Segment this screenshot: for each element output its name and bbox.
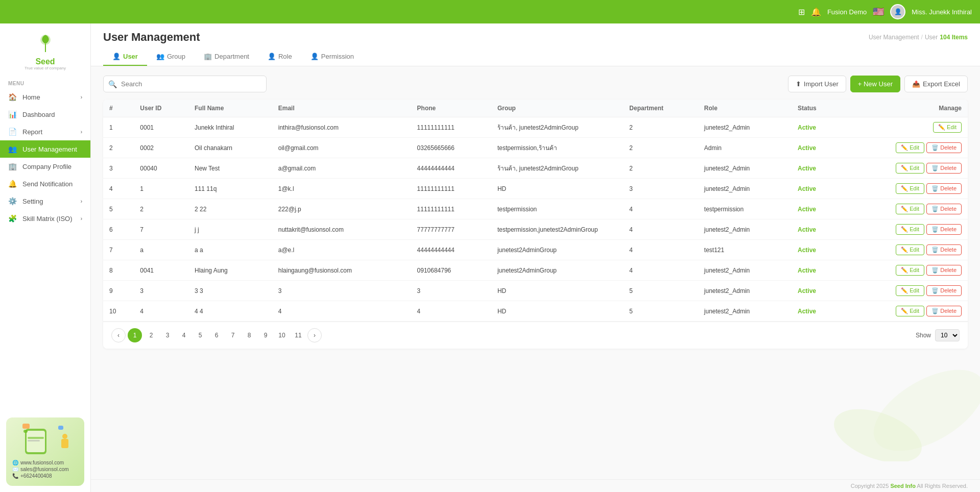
search-input[interactable]: [103, 76, 267, 92]
tab-user[interactable]: 👤 User: [103, 48, 147, 66]
col-department: Department: [623, 100, 698, 117]
cell-num: 9: [103, 281, 134, 301]
tab-group[interactable]: 👥 Group: [147, 48, 195, 66]
avatar[interactable]: 👤: [890, 4, 905, 19]
sidebar-item-send-notification[interactable]: 🔔 Send Notification: [0, 175, 90, 192]
edit-button[interactable]: ✏️ Edit: [896, 163, 924, 174]
new-user-button[interactable]: + New User: [850, 76, 900, 92]
skill-icon: 🧩: [8, 214, 18, 223]
delete-button[interactable]: 🗑️ Delete: [926, 204, 962, 214]
cell-num: 1: [103, 117, 134, 138]
delete-button[interactable]: 🗑️ Delete: [926, 285, 962, 296]
sidebar-item-setting[interactable]: ⚙️ Setting ›: [0, 192, 90, 210]
sidebar-item-dashboard[interactable]: 📊 Dashboard: [0, 106, 90, 123]
pagination-page-2[interactable]: 2: [144, 328, 158, 342]
table-row: 7 a a a a@e.l 44444444444 junetest2Admin…: [103, 240, 968, 260]
building-icon: 🏢: [8, 162, 18, 170]
delete-button[interactable]: 🗑️ Delete: [926, 163, 962, 174]
edit-button[interactable]: ✏️ Edit: [896, 204, 924, 214]
cell-email: hlaingaung@fusionsol.com: [272, 260, 411, 281]
cell-user-id: 1: [134, 179, 188, 199]
sidebar-item-label: Dashboard: [22, 111, 55, 118]
cell-status: Active: [792, 138, 842, 158]
pagination-next[interactable]: ›: [307, 328, 322, 342]
bell-icon[interactable]: 🔔: [811, 7, 821, 17]
sidebar-item-report[interactable]: 📄 Report ›: [0, 123, 90, 140]
sidebar-item-label: Home: [22, 93, 40, 101]
pagination: ‹ 1 2 3 4 5 6 7 8 9 10 11 ›: [111, 328, 322, 342]
pagination-page-8[interactable]: 8: [242, 328, 256, 342]
cell-email: a@e.l: [272, 240, 411, 260]
cell-role: Admin: [698, 138, 792, 158]
edit-button[interactable]: ✏️ Edit: [933, 122, 962, 133]
pagination-page-5[interactable]: 5: [193, 328, 207, 342]
chevron-right-icon: ›: [81, 199, 82, 204]
delete-button[interactable]: 🗑️ Delete: [926, 142, 962, 153]
cell-user-id: 0002: [134, 138, 188, 158]
delete-button[interactable]: 🗑️ Delete: [926, 224, 962, 235]
pagination-page-10[interactable]: 10: [275, 328, 289, 342]
table-row: 3 00040 New Test a@gmail.com 44444444444…: [103, 158, 968, 179]
logo-subtext: True value of company: [6, 66, 84, 70]
users-icon: 👥: [8, 145, 18, 153]
cell-email: inthira@fusionsol.com: [272, 117, 411, 138]
edit-button[interactable]: ✏️ Edit: [896, 224, 924, 235]
cell-user-id: 7: [134, 219, 188, 240]
delete-button[interactable]: 🗑️ Delete: [926, 306, 962, 316]
email-icon: ✉️: [12, 466, 18, 472]
pagination-page-11[interactable]: 11: [291, 328, 305, 342]
delete-button[interactable]: 🗑️ Delete: [926, 265, 962, 276]
tab-department[interactable]: 🏢 Department: [195, 48, 258, 66]
pagination-page-4[interactable]: 4: [177, 328, 191, 342]
table-row: 8 0041 Hlaing Aung hlaingaung@fusionsol.…: [103, 260, 968, 281]
pagination-prev[interactable]: ‹: [111, 328, 126, 342]
col-user-id: User ID: [134, 100, 188, 117]
cell-user-id: 3: [134, 281, 188, 301]
cell-phone: 11111111111: [411, 199, 491, 219]
col-phone: Phone: [411, 100, 491, 117]
footer-brand: Seed Info: [890, 483, 916, 489]
cell-phone: 3: [411, 281, 491, 301]
cell-phone: 03265665666: [411, 138, 491, 158]
toolbar: 🔍 ⬆ Import User + New User 📤 Export Exce…: [103, 76, 968, 92]
cell-email: oil@gmail.com: [272, 138, 411, 158]
delete-button[interactable]: 🗑️ Delete: [926, 244, 962, 255]
cell-email: nuttakrit@fusionsol.com: [272, 219, 411, 240]
cell-manage: ✏️ Edit 🗑️ Delete: [842, 138, 968, 158]
edit-button[interactable]: ✏️ Edit: [896, 244, 924, 255]
sidebar-item-skill-matrix[interactable]: 🧩 Skill Matrix (ISO) ›: [0, 210, 90, 227]
grid-icon[interactable]: ⊞: [798, 7, 805, 17]
pagination-page-1[interactable]: 1: [128, 328, 142, 342]
pagination-page-6[interactable]: 6: [209, 328, 224, 342]
delete-button[interactable]: 🗑️ Delete: [926, 183, 962, 194]
cell-num: 10: [103, 301, 134, 322]
export-excel-button[interactable]: 📤 Export Excel: [904, 76, 968, 92]
cell-group: junetest2AdminGroup: [491, 260, 623, 281]
import-user-button[interactable]: ⬆ Import User: [788, 76, 846, 92]
show-select[interactable]: 10 25 50: [935, 329, 960, 341]
cell-manage: ✏️ Edit: [842, 117, 968, 138]
notification-icon: 🔔: [8, 180, 18, 188]
users-table-wrap: # User ID Full Name Email Phone Group De…: [103, 100, 968, 349]
tab-permission[interactable]: 👤 Permission: [301, 48, 363, 66]
permission-tab-icon: 👤: [310, 53, 319, 60]
sidebar-item-home[interactable]: 🏠 Home ›: [0, 88, 90, 106]
edit-button[interactable]: ✏️ Edit: [896, 285, 924, 296]
edit-button[interactable]: ✏️ Edit: [896, 183, 924, 194]
tab-role[interactable]: 👤 Role: [258, 48, 301, 66]
edit-button[interactable]: ✏️ Edit: [896, 306, 924, 316]
chevron-right-icon: ›: [81, 216, 82, 222]
breadcrumb: User Management / User 104 Items: [869, 34, 968, 41]
sidebar-item-company-profile[interactable]: 🏢 Company Profile: [0, 158, 90, 175]
pagination-page-3[interactable]: 3: [160, 328, 175, 342]
cell-role: junetest2_Admin: [698, 158, 792, 179]
edit-button[interactable]: ✏️ Edit: [896, 142, 924, 153]
sidebar-item-user-management[interactable]: 👥 User Management: [0, 140, 90, 158]
table-row: 10 4 4 4 4 4 HD 5 junetest2_Admin Active…: [103, 301, 968, 322]
pagination-page-9[interactable]: 9: [258, 328, 273, 342]
cell-full-name: 4 4: [188, 301, 272, 322]
edit-button[interactable]: ✏️ Edit: [896, 265, 924, 276]
flag-icon[interactable]: 🇺🇸: [873, 6, 884, 17]
cell-phone: 11111111111: [411, 179, 491, 199]
pagination-page-7[interactable]: 7: [226, 328, 240, 342]
